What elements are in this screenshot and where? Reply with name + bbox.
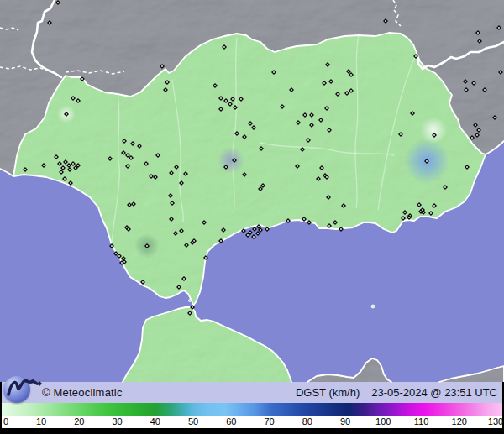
weather-map [0,0,504,403]
scale-tick-label: 40 [150,416,160,426]
scale-tick-label: 30 [112,416,122,426]
scale-tick-label: 20 [74,416,84,426]
map-footer: © Meteoclimatic DGST (km/h) 23-05-2024 @… [0,382,504,434]
copyright-text: © Meteoclimatic [42,386,123,399]
scale-tick-label: 10 [36,416,46,426]
scale-tick-label: 110 [414,416,429,426]
hotspot-calm-light [420,117,447,144]
color-scale-bar [2,403,502,416]
hotspot-gust-gray-blue [218,147,244,174]
scale-tick-label: 70 [264,416,274,426]
scale-tick-label: 90 [340,416,350,426]
scale-tick-label: 100 [375,416,391,426]
scale-tick-label: 60 [226,416,236,426]
scale-tick-label: 80 [302,416,312,426]
bottom-border [2,428,502,434]
scale-tick-label: 130 [488,416,503,426]
color-scale-labels: 0102030405060708090100110120130 [2,416,502,428]
scale-tick-label: 120 [452,416,467,426]
logo-wave-icon [5,373,45,401]
timestamp-label: 23-05-2024 @ 23:51 UTC [371,386,497,399]
product-label: DGST (km/h) [296,386,360,399]
info-bar: © Meteoclimatic DGST (km/h) 23-05-2024 @… [2,382,502,403]
weather-map-screenshot: © Meteoclimatic DGST (km/h) 23-05-2024 @… [0,0,504,434]
gibraltar-dot [188,299,191,301]
meteoclimatic-logo [3,374,44,405]
scale-tick-label: 0 [3,416,8,426]
island-dot [371,305,375,308]
scale-tick-label: 50 [188,416,198,426]
